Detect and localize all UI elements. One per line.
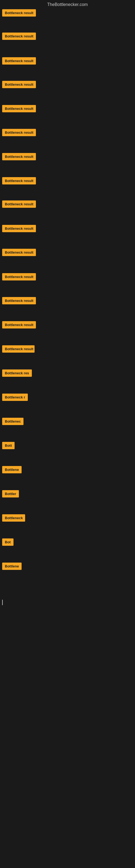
bottleneck-item-16: Bottleneck res [2,369,32,377]
bottleneck-item-14: Bottleneck result [2,321,36,329]
bottleneck-item-17: Bottleneck r [2,394,28,401]
bottleneck-item-15: Bottleneck result [2,345,35,352]
bottleneck-item-1: Bottleneck result [2,9,36,17]
bottleneck-item-24: Bottlene [2,563,21,570]
bottleneck-item-8: Bottleneck result [2,177,36,184]
bottleneck-item-21: Bottler [2,490,19,497]
bottleneck-item-11: Bottleneck result [2,249,36,256]
bottleneck-item-19: Bott [2,442,14,449]
bottleneck-items-container: Bottleneck resultBottleneck resultBottle… [0,9,135,594]
bottleneck-item-23: Bot [2,538,13,546]
bottleneck-item-5: Bottleneck result [2,105,36,112]
bottleneck-item-22: Bottleneck [2,514,25,522]
bottleneck-item-18: Bottlenec [2,418,24,425]
bottleneck-item-7: Bottleneck result [2,153,36,160]
bottleneck-item-2: Bottleneck result [2,33,36,40]
cursor-line [2,600,3,605]
bottleneck-item-6: Bottleneck result [2,129,36,136]
bottleneck-item-4: Bottleneck result [2,81,36,88]
bottleneck-item-3: Bottleneck result [2,57,36,65]
bottleneck-item-20: Bottlene [2,466,21,473]
bottleneck-item-10: Bottleneck result [2,225,36,232]
cursor-area [0,600,135,763]
bottleneck-item-13: Bottleneck result [2,297,36,304]
bottleneck-item-12: Bottleneck result [2,273,36,280]
site-title: TheBottlenecker.com [0,0,135,9]
bottleneck-item-9: Bottleneck result [2,200,36,208]
